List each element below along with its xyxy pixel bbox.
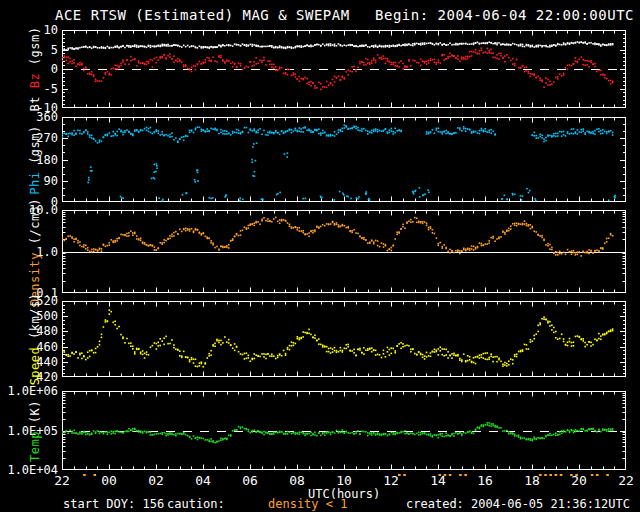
y-axis-label-part: (gsm) (28, 125, 42, 171)
panel-density-canvas (62, 210, 626, 293)
start-doy-label: start DOY: 156 (63, 497, 164, 511)
y-axis-label-text: Speed (km/s) (28, 293, 42, 386)
y-axis-label-part: (km/s) (28, 293, 42, 347)
y-axis-label-part: (gsm) (28, 27, 42, 73)
y-axis-label-text: Temp (K) (28, 400, 42, 462)
caution-marks-strip (62, 473, 626, 477)
y-axis-label-temp: Temp (K) (27, 391, 43, 470)
panel-speed-canvas (62, 301, 626, 377)
caution-label: caution: (167, 497, 225, 511)
y-axis-label-part: Bz (28, 73, 42, 88)
y-axis-label-part: Speed (28, 347, 42, 386)
y-axis-label-bt-bz: Bt Bz (gsm) (27, 30, 43, 108)
y-axis-label-text: Density (/cm3) (28, 197, 42, 305)
plot-area: 1050-5-10Bt Bz (gsm)360270180900Phi (gsm… (0, 0, 640, 512)
panel-bt-bz-canvas (62, 30, 626, 108)
panel-temp-canvas (62, 391, 626, 470)
y-axis-label-part: Phi (28, 171, 42, 194)
y-axis-label-part: (K) (28, 400, 42, 431)
created-timestamp: created: 2004-06-05 21:36:12UTC (406, 497, 630, 511)
panel-phi-canvas (62, 117, 626, 202)
y-axis-label-text: Phi (gsm) (28, 125, 42, 195)
y-axis-label-phi: Phi (gsm) (27, 117, 43, 202)
y-axis-label-part: Bt (28, 88, 42, 111)
y-axis-label-part: Temp (28, 431, 42, 462)
caution-value: density < 1 (268, 497, 347, 511)
y-axis-label-text: Bt Bz (gsm) (28, 27, 42, 112)
y-axis-label-part: (/cm3) (28, 197, 42, 251)
y-axis-label-density: Density (/cm3) (27, 210, 43, 293)
y-axis-label-speed: Speed (km/s) (27, 301, 43, 377)
